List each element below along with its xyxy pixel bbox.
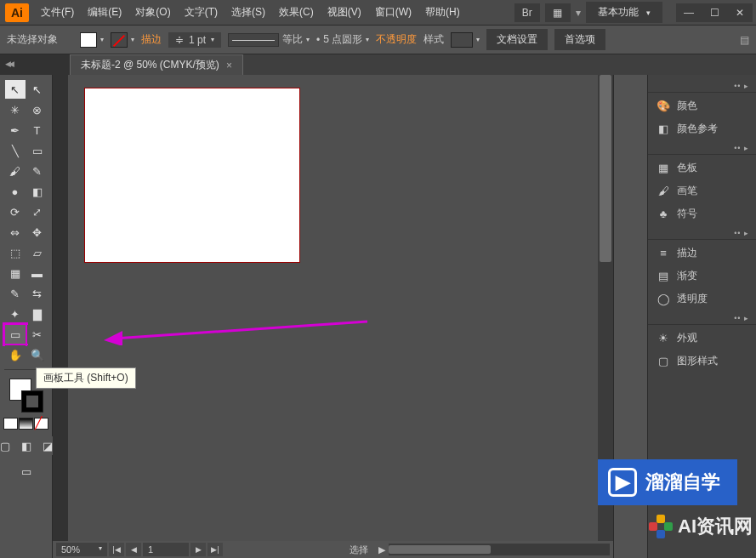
shape-builder-tool[interactable]: ⬚ xyxy=(5,243,26,262)
panel-label: 渐变 xyxy=(677,269,697,283)
bridge-button[interactable]: Br xyxy=(514,3,540,22)
panel-brushes[interactable]: 🖌画笔 xyxy=(648,179,756,202)
gradient-tool[interactable]: ▬ xyxy=(27,264,48,282)
rectangle-tool[interactable]: ▭ xyxy=(27,141,48,160)
panel-menu-icon[interactable]: ▤ xyxy=(740,34,749,46)
stroke-swatch[interactable]: ▾ xyxy=(111,32,134,48)
artboard[interactable] xyxy=(85,88,299,262)
panel-group-menu-icon[interactable]: •• ▸ xyxy=(648,312,756,324)
paintbrush-tool[interactable]: 🖌 xyxy=(5,162,26,180)
menu-window[interactable]: 窗口(W) xyxy=(370,2,417,23)
panel-symbols[interactable]: ♣符号 xyxy=(648,202,756,225)
vertical-scroll-thumb[interactable] xyxy=(600,75,611,262)
panel-color-guide[interactable]: ◧颜色参考 xyxy=(648,117,756,140)
play-icon: ▶ xyxy=(608,468,637,497)
last-artboard-button[interactable]: ▶| xyxy=(207,543,223,556)
menu-effect[interactable]: 效果(C) xyxy=(274,2,319,23)
document-canvas[interactable] xyxy=(68,75,598,541)
hand-tool[interactable]: ✋ xyxy=(5,345,26,364)
first-artboard-button[interactable]: |◀ xyxy=(109,543,124,556)
draw-mode-normal[interactable]: ▢ xyxy=(0,436,15,455)
panel-swatches[interactable]: ▦色板 xyxy=(648,157,756,179)
draw-mode-behind[interactable]: ◧ xyxy=(16,436,37,455)
panel-color[interactable]: 🎨颜色 xyxy=(648,94,756,117)
stroke-label[interactable]: 描边 xyxy=(141,32,162,47)
fill-swatch[interactable]: ▾ xyxy=(80,32,104,48)
document-setup-button[interactable]: 文档设置 xyxy=(486,29,548,50)
close-tab-icon[interactable]: × xyxy=(226,60,232,71)
rotate-tool[interactable]: ⟳ xyxy=(5,202,26,221)
color-mode-solid[interactable] xyxy=(3,418,18,430)
pen-tool[interactable]: ✒ xyxy=(5,121,26,140)
close-window-button[interactable]: ✕ xyxy=(727,3,753,22)
zoom-tool[interactable]: 🔍 xyxy=(27,345,48,364)
menu-object[interactable]: 对象(O) xyxy=(130,2,175,23)
lasso-tool[interactable]: ⊗ xyxy=(27,100,48,119)
menu-select[interactable]: 选择(S) xyxy=(226,2,270,23)
menu-edit[interactable]: 编辑(E) xyxy=(82,2,127,23)
panel-graphic-styles[interactable]: ▢图形样式 xyxy=(648,350,756,373)
color-mode-gradient[interactable] xyxy=(19,418,33,430)
pencil-tool[interactable]: ✎ xyxy=(27,162,48,180)
arrange-documents-button[interactable]: ▦ xyxy=(545,3,571,22)
color-mode-none[interactable]: ╱ xyxy=(34,418,48,430)
magic-wand-tool[interactable]: ✳ xyxy=(5,100,26,119)
column-graph-tool[interactable]: ▇ xyxy=(27,305,48,323)
artboard-number-input[interactable]: 1 xyxy=(143,543,189,556)
menu-help[interactable]: 帮助(H) xyxy=(420,2,465,23)
brush-definition[interactable]: •5 点圆形▾ xyxy=(316,32,369,47)
maximize-button[interactable]: ☐ xyxy=(702,3,727,22)
menu-type[interactable]: 文字(T) xyxy=(179,2,223,23)
palette-icon: 🎨 xyxy=(657,100,670,113)
eyedropper-tool[interactable]: ✎ xyxy=(5,284,26,303)
mesh-tool[interactable]: ▦ xyxy=(5,264,26,282)
scale-tool[interactable]: ⤢ xyxy=(27,202,48,221)
perspective-grid-tool[interactable]: ▱ xyxy=(27,243,48,262)
graphic-style-picker[interactable]: ▾ xyxy=(451,32,480,48)
panel-group-menu-icon[interactable]: •• ▸ xyxy=(648,227,756,239)
artboard-tool[interactable]: ▭ xyxy=(5,325,26,344)
panel-gradient[interactable]: ▤渐变 xyxy=(648,265,756,288)
panel-transparency[interactable]: ◯透明度 xyxy=(648,288,756,310)
prev-artboard-button[interactable]: ◀ xyxy=(126,543,141,556)
horizontal-scroll-thumb[interactable] xyxy=(389,545,491,554)
opacity-label[interactable]: 不透明度 xyxy=(376,32,417,47)
zoom-level-input[interactable]: 50%▾ xyxy=(56,543,107,556)
panel-appearance[interactable]: ☀外观 xyxy=(648,327,756,350)
document-tabs: 未标题-2 @ 50% (CMYK/预览) × xyxy=(0,54,756,75)
line-segment-tool[interactable]: ╲ xyxy=(5,141,26,160)
width-tool[interactable]: ⇔ xyxy=(5,223,26,242)
workspace-switcher[interactable]: 基本功能 ▾ xyxy=(586,2,662,23)
symbol-sprayer-tool[interactable]: ✦ xyxy=(5,305,26,323)
panel-label: 颜色参考 xyxy=(677,122,718,136)
stroke-weight-value: 1 pt xyxy=(189,34,206,46)
eraser-tool[interactable]: ◧ xyxy=(27,182,48,201)
selection-tool[interactable]: ↖ xyxy=(5,80,26,99)
status-dropdown-icon[interactable]: ▶ xyxy=(378,544,385,555)
type-tool[interactable]: T xyxy=(27,121,48,140)
panel-group-menu-icon[interactable]: •• ▸ xyxy=(648,142,756,154)
blend-tool[interactable]: ⇆ xyxy=(27,284,48,303)
panel-group-menu-icon[interactable]: •• ▸ xyxy=(648,80,756,92)
next-artboard-button[interactable]: ▶ xyxy=(190,543,206,556)
panel-stroke[interactable]: ≡描边 xyxy=(648,242,756,265)
free-transform-tool[interactable]: ✥ xyxy=(27,223,48,242)
stroke-icon: ≡ xyxy=(657,247,670,260)
blob-brush-tool[interactable]: ● xyxy=(5,182,26,201)
control-bar: 未选择对象 ▾ ▾ 描边 ≑1 pt▾ 等比▾ •5 点圆形▾ 不透明度 样式 … xyxy=(0,26,756,54)
horizontal-scrollbar[interactable] xyxy=(389,544,610,555)
direct-selection-tool[interactable]: ↖ xyxy=(27,80,48,99)
stroke-color-box[interactable] xyxy=(21,390,43,413)
menu-file[interactable]: 文件(F) xyxy=(36,2,79,23)
variable-width-profile[interactable]: 等比▾ xyxy=(228,32,310,47)
stroke-weight-input[interactable]: ≑1 pt▾ xyxy=(168,32,221,48)
collapse-left-icon[interactable]: ◀◀ xyxy=(5,60,12,68)
workspace-label: 基本功能 xyxy=(598,6,639,18)
preferences-button[interactable]: 首选项 xyxy=(554,29,605,50)
dropdown-icon[interactable]: ▾ xyxy=(576,7,581,19)
document-tab[interactable]: 未标题-2 @ 50% (CMYK/预览) × xyxy=(70,54,243,75)
menu-view[interactable]: 视图(V) xyxy=(322,2,367,23)
minimize-button[interactable]: — xyxy=(676,3,702,22)
screen-mode-button[interactable]: ▭ xyxy=(9,462,43,481)
slice-tool[interactable]: ✂ xyxy=(27,325,48,344)
